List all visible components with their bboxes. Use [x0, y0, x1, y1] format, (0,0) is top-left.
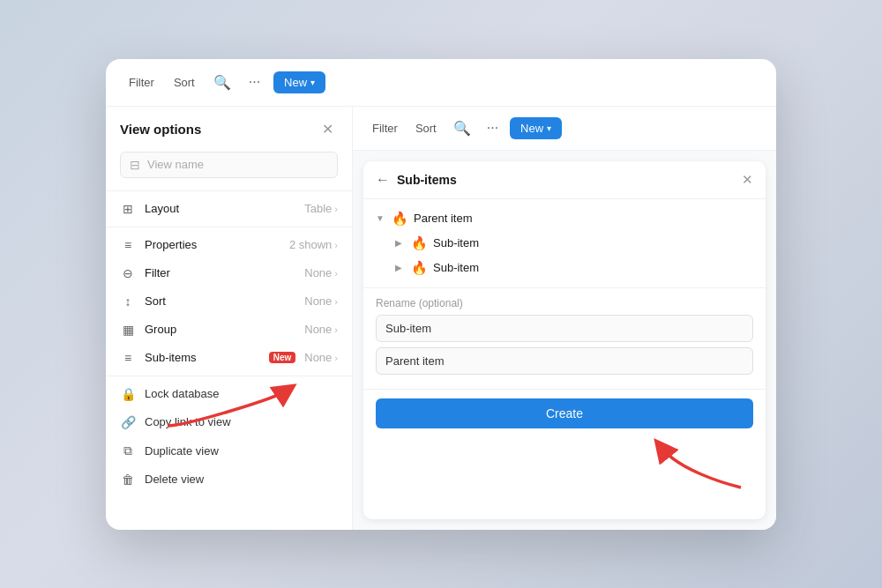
- view-name-placeholder: View name: [147, 158, 204, 171]
- right-panel: Filter Sort 🔍 ··· New ▾ ← Sub-items ✕: [353, 107, 776, 530]
- layout-value: Table ›: [304, 202, 338, 215]
- tree-parent-label: Parent item: [414, 212, 472, 225]
- view-options-panel: View options ✕ ⊟ View name ⊞ Layout Tabl…: [106, 107, 353, 530]
- group-label: Group: [145, 323, 295, 336]
- rename-label: Rename (optional): [376, 297, 753, 309]
- view-options-close-button[interactable]: ✕: [318, 119, 338, 139]
- right-search-icon-button[interactable]: 🔍: [449, 117, 475, 139]
- sort-value: None ›: [304, 294, 338, 308]
- view-name-input-row: ⊟ View name: [106, 148, 352, 187]
- filter-value: None ›: [304, 266, 338, 279]
- duplicate-view-row[interactable]: ⧉ Duplicate view: [106, 436, 352, 465]
- sub-items-option-row[interactable]: ≡ Sub-items New None ›: [106, 344, 352, 372]
- main-window: Filter Sort 🔍 ··· New ▾ View options ✕ ⊟…: [106, 59, 776, 530]
- right-new-button-chevron: ▾: [547, 123, 551, 133]
- delete-icon: 🗑: [120, 473, 136, 487]
- sub-items-close-button[interactable]: ✕: [742, 172, 753, 188]
- right-new-button-label: New: [520, 122, 543, 135]
- right-sort-button[interactable]: Sort: [410, 119, 442, 138]
- tree-parent-item: ▼ 🔥 Parent item: [376, 206, 753, 231]
- rename-input-1[interactable]: [376, 315, 753, 342]
- group-value: None ›: [304, 323, 338, 336]
- filter-icon: ⊖: [120, 266, 136, 280]
- properties-option-row[interactable]: ≡ Properties 2 shown ›: [106, 231, 352, 259]
- properties-label: Properties: [145, 238, 280, 251]
- search-icon-button[interactable]: 🔍: [209, 71, 235, 93]
- right-new-button[interactable]: New ▾: [510, 117, 562, 139]
- top-toolbar: Filter Sort 🔍 ··· New ▾: [106, 59, 776, 107]
- group-icon: ▦: [120, 323, 136, 337]
- content-area: View options ✕ ⊟ View name ⊞ Layout Tabl…: [106, 107, 776, 530]
- properties-value: 2 shown ›: [289, 238, 338, 251]
- sub-items-panel-title: Sub-items: [397, 173, 735, 187]
- sub-items-new-badge: New: [269, 352, 296, 363]
- view-name-input-field[interactable]: ⊟ View name: [120, 152, 338, 178]
- tree-child-2-toggle[interactable]: ▶: [395, 263, 406, 272]
- copy-link-label: Copy link to view: [145, 415, 231, 428]
- tree-child-1-toggle[interactable]: ▶: [395, 238, 406, 248]
- delete-label: Delete view: [145, 473, 204, 486]
- group-option-row[interactable]: ▦ Group None ›: [106, 316, 352, 344]
- right-filter-button[interactable]: Filter: [367, 119, 403, 138]
- filter-button[interactable]: Filter: [123, 73, 160, 92]
- divider-3: [106, 376, 352, 376]
- tree-parent-toggle[interactable]: ▼: [376, 213, 386, 223]
- tree-child-1-label: Sub-item: [433, 236, 479, 249]
- tree-child-2-emoji: 🔥: [411, 260, 428, 276]
- layout-icon: ⊞: [120, 202, 136, 216]
- sub-items-panel: ← Sub-items ✕ ▼ 🔥 Parent item ▶ 🔥 Sub-it…: [363, 161, 766, 519]
- sort-label: Sort: [145, 294, 295, 308]
- lock-icon: 🔒: [120, 387, 136, 401]
- new-button-label: New: [284, 76, 307, 89]
- sort-option-row[interactable]: ↕ Sort None ›: [106, 287, 352, 316]
- create-button[interactable]: Create: [376, 398, 753, 428]
- panel-title: View options: [120, 122, 201, 137]
- sub-items-icon: ≡: [120, 351, 136, 365]
- tree-child-1: ▶ 🔥 Sub-item: [395, 231, 753, 256]
- rename-input-2[interactable]: [376, 347, 753, 375]
- tree-child-2-label: Sub-item: [433, 261, 479, 274]
- right-more-options-button[interactable]: ···: [482, 117, 503, 138]
- copy-link-row[interactable]: 🔗 Copy link to view: [106, 408, 352, 436]
- sub-items-label: Sub-items: [145, 351, 257, 364]
- right-toolbar: Filter Sort 🔍 ··· New ▾: [353, 107, 776, 151]
- filter-label: Filter: [145, 266, 295, 279]
- layout-option-row[interactable]: ⊞ Layout Table ›: [106, 195, 352, 223]
- lock-label: Lock database: [145, 387, 220, 400]
- duplicate-label: Duplicate view: [145, 444, 219, 458]
- layout-label: Layout: [145, 202, 295, 215]
- link-icon: 🔗: [120, 415, 136, 429]
- panel-header: View options ✕: [106, 107, 352, 148]
- new-button-chevron: ▾: [310, 78, 315, 87]
- tree-area: ▼ 🔥 Parent item ▶ 🔥 Sub-item ▶ 🔥 Sub-ite…: [363, 199, 766, 288]
- delete-view-row[interactable]: 🗑 Delete view: [106, 465, 352, 494]
- tree-parent-emoji: 🔥: [392, 211, 408, 227]
- filter-option-row[interactable]: ⊖ Filter None ›: [106, 259, 352, 287]
- sort-button[interactable]: Sort: [168, 73, 200, 92]
- tree-child-1-emoji: 🔥: [411, 235, 428, 251]
- view-name-icon: ⊟: [130, 158, 140, 172]
- divider-2: [106, 227, 352, 227]
- divider-1: [106, 190, 352, 191]
- lock-database-row[interactable]: 🔒 Lock database: [106, 380, 352, 408]
- properties-icon: ≡: [120, 238, 136, 252]
- tree-child-2: ▶ 🔥 Sub-item: [395, 256, 753, 280]
- rename-section: Rename (optional): [363, 288, 766, 390]
- more-options-button[interactable]: ···: [244, 71, 265, 93]
- sub-items-value: None ›: [304, 351, 338, 364]
- sub-items-back-button[interactable]: ←: [376, 172, 390, 188]
- sub-items-panel-header: ← Sub-items ✕: [363, 161, 766, 199]
- sort-icon: ↕: [120, 294, 136, 309]
- duplicate-icon: ⧉: [120, 443, 136, 458]
- new-button[interactable]: New ▾: [273, 71, 325, 93]
